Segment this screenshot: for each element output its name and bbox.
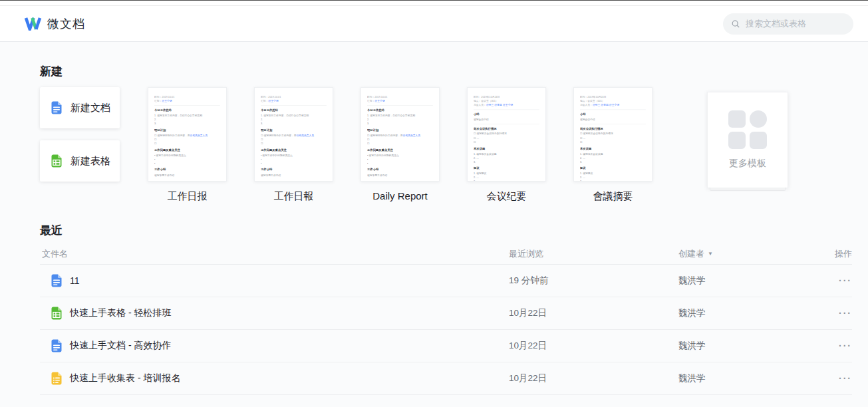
actions-cell: ··· <box>812 373 852 384</box>
file-name[interactable]: 快速上手文档 - 高效协作 <box>70 340 171 352</box>
last-viewed: 19 分钟前 <box>509 275 678 287</box>
template-thumbnail[interactable]: 时间：2019年10月24日地点：会议室（001）与会人员：@张三 @李四 @王… <box>467 87 546 182</box>
creator: 魏洪学 <box>678 372 812 384</box>
last-viewed: 10月22日 <box>509 340 678 352</box>
template-label: 会议纪要 <box>467 190 546 203</box>
new-sheet-label: 新建表格 <box>71 155 110 168</box>
file-name[interactable]: 11 <box>70 275 80 286</box>
new-sheet-button[interactable]: 新建表格 <box>40 140 120 182</box>
last-viewed: 10月22日 <box>509 307 678 319</box>
template-label: 會議摘要 <box>573 190 652 203</box>
more-actions-button[interactable]: ··· <box>839 308 852 319</box>
new-doc-label: 新建文档 <box>71 102 110 114</box>
recent-table: 文件名 最近浏览 创建者 ▼ 操作 1119 分钟前魏洪学···快速上手表格 -… <box>40 244 852 395</box>
more-actions-button[interactable]: ··· <box>839 340 852 351</box>
file-name[interactable]: 快速上手表格 - 轻松排班 <box>70 307 171 319</box>
table-row[interactable]: 快速上手文档 - 高效协作10月22日魏洪学··· <box>40 330 852 362</box>
create-section-title: 新建 <box>40 64 63 79</box>
file-name-cell[interactable]: 11 <box>40 273 509 288</box>
browser-edge <box>0 1 868 6</box>
app-header: 微文档 <box>0 6 868 42</box>
template-card-4[interactable]: 时间：2019年10月24日地点：会议室（001）与会人员：@张三 @李四 @王… <box>467 87 546 203</box>
template-strip: 时间：2019.10.01汇报：@王小明今日工作总结1. 填写本日工作内容，总结… <box>148 87 652 203</box>
app-title: 微文档 <box>47 16 85 32</box>
table-row[interactable]: 1119 分钟前魏洪学··· <box>40 265 852 297</box>
new-doc-button[interactable]: 新建文档 <box>40 87 120 128</box>
file-name-cell[interactable]: 快速上手表格 - 轻松排班 <box>40 306 509 321</box>
more-templates-label: 更多模板 <box>729 158 766 170</box>
template-thumbnail[interactable]: 时间：2019年10月24日地点：会议室（001）与会人员：@张三 @李四 @王… <box>573 87 652 182</box>
file-name-cell[interactable]: 快速上手文档 - 高效协作 <box>40 339 509 353</box>
creator-header-label: 创建者 <box>678 248 704 260</box>
last-viewed: 10月22日 <box>509 372 678 384</box>
more-templates-icon <box>728 110 767 149</box>
creator: 魏洪学 <box>678 275 812 287</box>
actions-cell: ··· <box>812 340 852 351</box>
template-label: Daily Report <box>361 190 440 202</box>
table-row[interactable]: 快速上手收集表 - 培训报名10月22日魏洪学··· <box>40 362 852 395</box>
app-logo-icon <box>24 17 42 31</box>
template-card-2[interactable]: 时间：2019.10.01汇报：@王小明今日工作总结1. 填写本日工作内容，总结… <box>254 87 333 203</box>
template-card-1[interactable]: 时间：2019.10.01汇报：@王小明今日工作总结1. 填写本日工作内容，总结… <box>148 87 227 203</box>
template-thumbnail[interactable]: 时间：2019.10.01汇报：@王小明今日工作总结1. 填写本日工作内容，总结… <box>254 87 333 182</box>
table-body: 1119 分钟前魏洪学···快速上手表格 - 轻松排班10月22日魏洪学···快… <box>40 265 852 395</box>
sort-arrow-icon: ▼ <box>708 251 713 257</box>
column-header-actions: 操作 <box>812 248 852 260</box>
more-actions-button[interactable]: ··· <box>839 373 852 384</box>
file-name-cell[interactable]: 快速上手收集表 - 培训报名 <box>40 371 509 386</box>
search-box[interactable] <box>723 13 853 35</box>
app-window: 微文档 新建 新建文档 新建表格 时间：2019.10.01汇报：@王小明今日工… <box>0 0 868 407</box>
table-header: 文件名 最近浏览 创建者 ▼ 操作 <box>40 244 852 265</box>
column-header-filename: 文件名 <box>40 248 509 260</box>
sheet-icon <box>49 154 64 168</box>
file-name[interactable]: 快速上手收集表 - 培训报名 <box>70 372 180 384</box>
actions-cell: ··· <box>812 308 852 319</box>
template-thumbnail[interactable]: 时间：2019.10.01汇报：@王小明今日工作总结1. 填写本日工作内容，总结… <box>148 87 227 182</box>
template-label: 工作日报 <box>148 190 227 203</box>
search-input[interactable] <box>744 18 845 29</box>
sheet-file-icon <box>49 306 64 321</box>
recent-section-title: 最近 <box>40 223 63 238</box>
template-thumbnail[interactable]: 时间：2019.10.01汇报：@王小明今日工作总结1. 填写本日工作内容，总结… <box>361 87 440 182</box>
app-logo[interactable]: 微文档 <box>24 16 85 32</box>
doc-icon <box>49 100 64 115</box>
more-actions-button[interactable]: ··· <box>839 275 852 286</box>
creator: 魏洪学 <box>678 340 812 352</box>
column-header-creator[interactable]: 创建者 ▼ <box>678 248 812 260</box>
template-card-3[interactable]: 时间：2019.10.01汇报：@王小明今日工作总结1. 填写本日工作内容，总结… <box>361 87 440 203</box>
doc-file-icon <box>49 273 64 288</box>
table-row[interactable]: 快速上手表格 - 轻松排班10月22日魏洪学··· <box>40 297 852 330</box>
more-templates-card[interactable]: 更多模板 <box>707 92 788 188</box>
creator: 魏洪学 <box>678 307 812 319</box>
actions-cell: ··· <box>812 275 852 286</box>
form-file-icon <box>49 371 64 386</box>
template-card-5[interactable]: 时间：2019年10月24日地点：会议室（001）与会人员：@张三 @李四 @王… <box>573 87 652 203</box>
doc-file-icon <box>49 339 64 353</box>
column-header-last-viewed: 最近浏览 <box>509 248 678 260</box>
search-icon <box>732 19 740 29</box>
template-label: 工作日報 <box>254 190 333 203</box>
